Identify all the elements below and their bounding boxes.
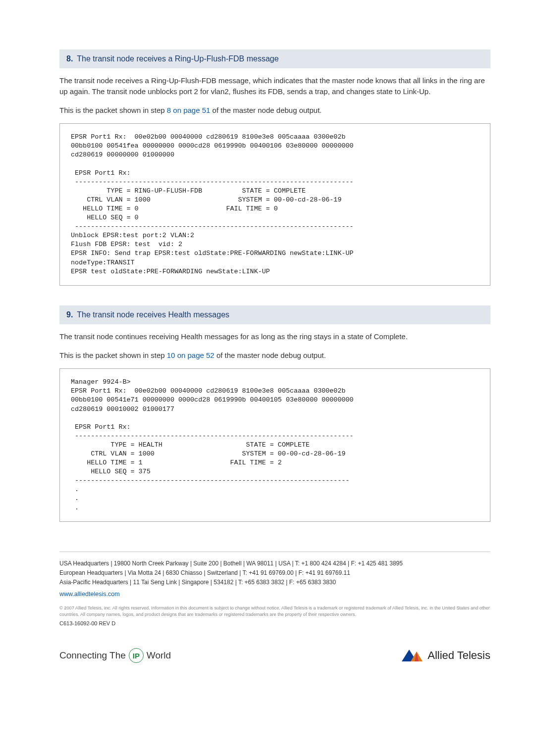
step8-para2b: of the master node debug output. xyxy=(210,106,321,114)
step9-para1: The transit node continues receiving Hea… xyxy=(59,331,490,342)
bottom-bar: Connecting The IP World Allied Telesis xyxy=(0,641,535,678)
step8-para2: This is the packet shown in step 8 on pa… xyxy=(59,105,490,116)
step8-para1: The transit node receives a Ring-Up-Flus… xyxy=(59,75,490,97)
step9-para2a: This is the packet shown in step xyxy=(59,351,167,359)
logo-text: Allied Telesis xyxy=(428,649,490,662)
footer-disclaimer: © 2007 Allied Telesis, Inc. All rights r… xyxy=(59,605,490,617)
step8-code: EPSR Port1 Rx: 00e02b00 00040000 cd28061… xyxy=(59,123,490,286)
step8-link[interactable]: 8 on page 51 xyxy=(167,106,211,114)
connecting-a: Connecting The xyxy=(59,650,126,661)
footer-usa: USA Headquarters | 19800 North Creek Par… xyxy=(59,559,490,568)
footer-eur: European Headquarters | Via Motta 24 | 6… xyxy=(59,568,490,578)
footer-rev: C613-16092-00 REV D xyxy=(59,620,490,626)
step9-num: 9. xyxy=(66,310,73,319)
footer-asia: Asia-Pacific Headquarters | 11 Tai Seng … xyxy=(59,578,490,587)
connecting-tagline: Connecting The IP World xyxy=(59,648,171,663)
connecting-b: World xyxy=(147,650,171,661)
logo-triangle-icon xyxy=(402,650,425,661)
step9-para2b: of the master node debug output. xyxy=(214,351,326,359)
allied-telesis-logo: Allied Telesis xyxy=(402,649,490,662)
step8-num: 8. xyxy=(66,54,73,63)
step9-para2: This is the packet shown in step 10 on p… xyxy=(59,350,490,361)
footer-url[interactable]: www.alliedtelesis.com xyxy=(59,589,490,599)
step9-header: 9.The transit node receives Health messa… xyxy=(59,305,490,324)
step8-title: The transit node receives a Ring-Up-Flus… xyxy=(77,54,278,63)
step9-code: Manager 9924-B> EPSR Port1 Rx: 00e02b00 … xyxy=(59,368,490,521)
step8-header: 8.The transit node receives a Ring-Up-Fl… xyxy=(59,50,490,68)
step8-para2a: This is the packet shown in step xyxy=(59,106,167,114)
step9-link[interactable]: 10 on page 52 xyxy=(167,351,214,359)
step9-title: The transit node receives Health message… xyxy=(77,310,229,319)
footer-addresses: USA Headquarters | 19800 North Creek Par… xyxy=(59,559,490,600)
footer-separator xyxy=(59,552,490,552)
ip-circle-icon: IP xyxy=(129,648,144,663)
